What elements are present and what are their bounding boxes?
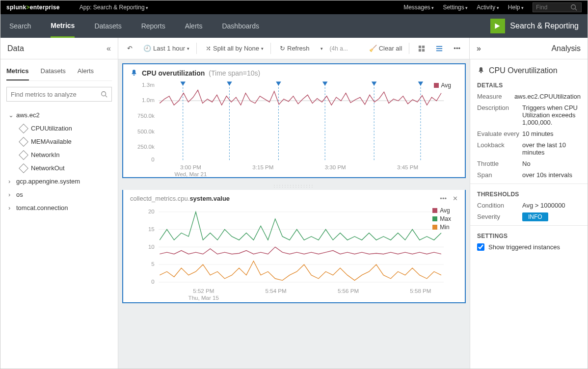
chart2-close-icon[interactable]: ✕ bbox=[453, 195, 458, 202]
menu-messages[interactable]: Messages bbox=[403, 4, 434, 11]
collapse-right-icon[interactable]: » bbox=[477, 44, 481, 53]
toolbar-center: ↶ 🕘 Last 1 hour ⤭ Split all by None ↻ Re… bbox=[118, 38, 470, 59]
search-icon bbox=[101, 91, 107, 98]
resize-handle[interactable]: ::::::::::::::: bbox=[118, 182, 470, 190]
tree-memavailable[interactable]: MEMAvailable bbox=[6, 135, 112, 148]
svg-marker-33 bbox=[372, 81, 377, 85]
tab-alerts-side[interactable]: Alerts bbox=[78, 64, 94, 80]
thresholds-heading: THRESHOLDS bbox=[477, 191, 581, 198]
svg-text:500.0k: 500.0k bbox=[137, 129, 155, 134]
chart1-title: CPU overutilization bbox=[142, 69, 205, 77]
threshold-condition: Avg > 1000000 bbox=[522, 202, 581, 209]
svg-rect-8 bbox=[436, 50, 442, 51]
view-grid-icon[interactable] bbox=[414, 43, 429, 54]
svg-line-1 bbox=[575, 9, 577, 11]
nav-alerts[interactable]: Alerts bbox=[185, 15, 203, 37]
show-triggered-checkbox[interactable]: Show triggered instances bbox=[477, 243, 581, 251]
nav-reports[interactable]: Reports bbox=[141, 15, 165, 37]
svg-text:20: 20 bbox=[148, 209, 155, 214]
menu-settings[interactable]: Settings bbox=[443, 4, 468, 11]
tab-datasets[interactable]: Datasets bbox=[41, 64, 66, 80]
collapse-left-icon[interactable]: « bbox=[107, 44, 111, 53]
chart2-title: collectd_metrics.cpu.system.value bbox=[130, 195, 230, 202]
view-list-icon[interactable] bbox=[432, 43, 447, 54]
svg-text:750.0k: 750.0k bbox=[137, 113, 155, 119]
tag-icon bbox=[19, 163, 28, 173]
global-search-input[interactable] bbox=[536, 4, 570, 11]
svg-text:5:56 PM: 5:56 PM bbox=[338, 288, 359, 294]
chart-cpu-overutilization[interactable]: CPU overutilization (Time span=10s) Avg … bbox=[122, 63, 466, 178]
metrics-search[interactable] bbox=[6, 87, 112, 102]
tree-cpuutilization[interactable]: CPUUtilization bbox=[6, 122, 112, 135]
search-icon bbox=[570, 4, 577, 11]
svg-rect-2 bbox=[419, 45, 421, 48]
chart-collectd-cpu[interactable]: collectd_metrics.cpu.system.value ••• ✕ … bbox=[122, 190, 466, 303]
detail-evaluate: 10 minutes bbox=[522, 130, 581, 137]
data-sidebar: Metrics Datasets Alerts ⌄aws.ec2 CPUUtil… bbox=[0, 59, 118, 369]
svg-text:3:45 PM: 3:45 PM bbox=[397, 164, 418, 170]
undo-button[interactable]: ↶ bbox=[123, 43, 136, 54]
svg-text:Thu, Mar 15: Thu, Mar 15 bbox=[188, 295, 219, 301]
bell-icon bbox=[130, 69, 138, 77]
settings-heading: SETTINGS bbox=[477, 233, 581, 239]
more-icon[interactable]: ••• bbox=[450, 43, 464, 54]
svg-rect-7 bbox=[436, 48, 442, 49]
split-picker[interactable]: ⤭ Split all by None bbox=[202, 43, 271, 54]
app-selector[interactable]: App: Search & Reporting bbox=[80, 4, 148, 11]
svg-text:250.0k: 250.0k bbox=[137, 144, 155, 150]
tree-networkout[interactable]: NetworkOut bbox=[6, 161, 112, 175]
chart1-legend: Avg bbox=[434, 82, 451, 90]
svg-rect-3 bbox=[422, 45, 425, 48]
global-search[interactable] bbox=[533, 2, 582, 12]
refresh-dropdown[interactable] bbox=[317, 44, 327, 53]
time-picker[interactable]: 🕘 Last 1 hour bbox=[139, 43, 197, 54]
svg-marker-30 bbox=[227, 81, 232, 85]
show-triggered-input[interactable] bbox=[477, 243, 484, 251]
svg-text:Wed, Mar 21: Wed, Mar 21 bbox=[174, 171, 207, 177]
svg-point-9 bbox=[102, 92, 106, 96]
svg-text:5:54 PM: 5:54 PM bbox=[266, 288, 287, 294]
chart1-plot: 1.3m 1.0m 750.0k 500.0k 250.0k 0 3:00 PM… bbox=[133, 79, 455, 177]
detail-throttle: No bbox=[522, 160, 581, 167]
data-panel-title: Data bbox=[7, 44, 24, 53]
svg-marker-34 bbox=[418, 81, 424, 85]
tab-metrics[interactable]: Metrics bbox=[6, 64, 29, 80]
nav-metrics[interactable]: Metrics bbox=[51, 15, 75, 38]
tree-networkin[interactable]: NetworkIn bbox=[6, 148, 112, 161]
svg-text:1.3m: 1.3m bbox=[142, 82, 155, 88]
app-brand: Search & Reporting bbox=[490, 19, 579, 33]
tree-tomcat[interactable]: ›tomcat.connection bbox=[6, 201, 112, 214]
chart1-subtitle: (Time span=10s) bbox=[209, 69, 260, 77]
menu-activity[interactable]: Activity bbox=[477, 4, 499, 11]
nav-dashboards[interactable]: Dashboards bbox=[222, 15, 259, 37]
tag-icon bbox=[19, 150, 28, 160]
app-brand-icon bbox=[490, 19, 505, 33]
toolbar: Data « ↶ 🕘 Last 1 hour ⤭ Split all by No… bbox=[0, 38, 588, 59]
svg-point-0 bbox=[571, 5, 576, 9]
analysis-title: CPU Overutilization bbox=[477, 66, 581, 75]
detail-description: Triggers when CPU Utilization exceeds 1,… bbox=[522, 104, 581, 126]
svg-text:5: 5 bbox=[151, 261, 154, 267]
bell-icon bbox=[477, 67, 485, 75]
svg-marker-31 bbox=[276, 81, 281, 85]
chart2-more-icon[interactable]: ••• bbox=[440, 195, 447, 202]
detail-measure: aws.ec2.CPUUtilization bbox=[514, 93, 581, 100]
clear-all-button[interactable]: 🧹 Clear all bbox=[365, 43, 410, 54]
svg-text:5:58 PM: 5:58 PM bbox=[410, 288, 431, 294]
toolbar-right: » Analysis bbox=[470, 38, 588, 59]
svg-text:1.0m: 1.0m bbox=[142, 97, 155, 103]
tree-aws-ec2[interactable]: ⌄aws.ec2 bbox=[6, 108, 112, 122]
nav-datasets[interactable]: Datasets bbox=[94, 15, 121, 37]
toolbar-left: Data « bbox=[0, 38, 118, 59]
charts-area: CPU overutilization (Time span=10s) Avg … bbox=[118, 59, 470, 369]
tree-gcp[interactable]: ›gcp.appengine.system bbox=[6, 175, 112, 188]
nav-search[interactable]: Search bbox=[9, 15, 31, 37]
metrics-search-input[interactable] bbox=[11, 91, 101, 98]
svg-text:0: 0 bbox=[151, 157, 154, 162]
refresh-button[interactable]: ↻ Refresh bbox=[276, 43, 314, 54]
svg-rect-6 bbox=[436, 46, 442, 47]
svg-text:5:52 PM: 5:52 PM bbox=[193, 288, 214, 294]
main: Metrics Datasets Alerts ⌄aws.ec2 CPUUtil… bbox=[0, 59, 588, 369]
menu-help[interactable]: Help bbox=[508, 4, 524, 11]
tree-os[interactable]: ›os bbox=[6, 188, 112, 201]
